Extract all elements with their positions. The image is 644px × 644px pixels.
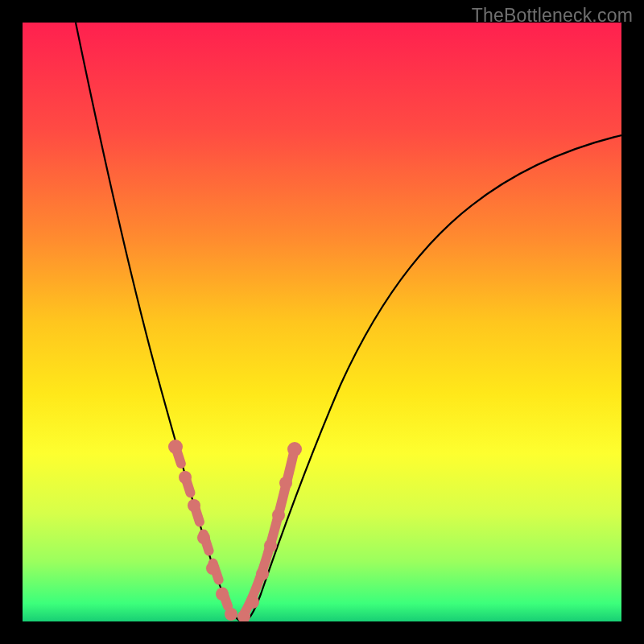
highlight-node: [287, 442, 302, 456]
highlight-right: [244, 449, 295, 614]
highlight-node: [179, 471, 192, 484]
bottleneck-curve: [76, 23, 621, 621]
highlight-nodes: [168, 440, 302, 621]
highlight-node: [188, 499, 200, 512]
highlight-node: [246, 596, 259, 609]
highlight-node: [225, 608, 237, 621]
highlight-node: [197, 531, 210, 544]
highlight-node: [216, 588, 229, 601]
chart-frame: TheBottleneck.com: [0, 0, 644, 644]
highlight-node: [279, 477, 292, 489]
plot-area: [23, 23, 621, 621]
highlight-node: [168, 440, 183, 454]
highlight-node: [256, 568, 269, 580]
highlight-node: [206, 562, 219, 575]
highlight-node: [237, 610, 250, 621]
curve-svg: [23, 23, 621, 621]
watermark-text: TheBottleneck.com: [472, 5, 633, 27]
highlight-node: [264, 539, 277, 552]
highlight-node: [272, 509, 285, 522]
highlight-left: [175, 447, 228, 606]
